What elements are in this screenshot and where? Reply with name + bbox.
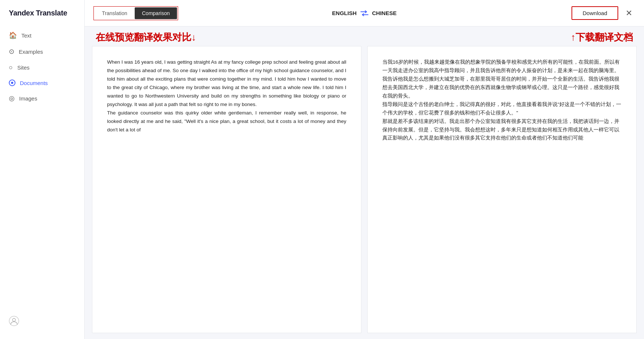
sidebar-item-sites-label: Sites (17, 64, 29, 71)
tab-group: Translation Comparison (93, 6, 178, 20)
sidebar-item-documents[interactable]: Documents (0, 76, 84, 90)
chinese-panel[interactable]: 当我16岁的时候，我越来越觉像在我的想象学院的预备学校和感觉大约所有的可能性，在… (367, 46, 637, 333)
annotation-right: ↑下载翻译文档 (364, 31, 633, 44)
chinese-text: 当我16岁的时候，我越来越觉像在我的想象学院的预备学校和感觉大约所有的可能性，在… (382, 58, 622, 142)
sidebar-item-images-label: Images (19, 95, 37, 102)
sidebar: Yandex Translate 🏠 Text ⊙ Examples ○ Sit… (0, 0, 85, 339)
lang-from: ENGLISH (332, 10, 357, 16)
sidebar-item-sites[interactable]: ○ Sites (0, 60, 84, 75)
annotation-row: 在线预览翻译效果对比↓ ↑下载翻译文档 (85, 27, 644, 46)
sidebar-nav: 🏠 Text ⊙ Examples ○ Sites Documents ◎ Im… (0, 28, 84, 310)
lang-switcher: ENGLISH CHINESE (332, 10, 396, 16)
topbar: Translation Comparison ENGLISH CHINESE D… (85, 0, 644, 27)
close-button[interactable]: ✕ (623, 8, 635, 19)
english-text: When I was 16 years old, I was getting s… (107, 58, 346, 134)
sidebar-item-examples[interactable]: ⊙ Examples (0, 44, 84, 59)
lang-swap-icon[interactable] (360, 10, 368, 16)
sidebar-item-images[interactable]: ◎ Images (0, 91, 84, 106)
download-group: Download ✕ (572, 6, 635, 20)
sites-icon: ○ (9, 64, 13, 71)
profile-button[interactable] (0, 310, 84, 333)
sidebar-item-examples-label: Examples (19, 49, 43, 55)
app-logo: Yandex Translate (0, 9, 84, 28)
main-content: Translation Comparison ENGLISH CHINESE D… (85, 0, 644, 339)
sidebar-item-text-label: Text (21, 32, 32, 39)
tab-translation[interactable]: Translation (95, 7, 135, 19)
documents-icon (9, 80, 15, 86)
download-button[interactable]: Download (572, 6, 618, 20)
svg-point-3 (13, 318, 15, 321)
english-panel[interactable]: When I was 16 years old, I was getting s… (92, 46, 361, 333)
images-icon: ◎ (9, 94, 15, 102)
lang-to: CHINESE (372, 10, 397, 16)
sidebar-item-text[interactable]: 🏠 Text (0, 28, 84, 43)
document-container: When I was 16 years old, I was getting s… (85, 46, 644, 339)
svg-point-1 (11, 82, 13, 84)
home-icon: 🏠 (9, 31, 17, 39)
tab-comparison[interactable]: Comparison (135, 7, 177, 19)
profile-icon (9, 316, 19, 327)
examples-icon: ⊙ (9, 47, 14, 56)
sidebar-item-documents-label: Documents (20, 80, 48, 86)
annotation-left: 在线预览翻译效果对比↓ (96, 31, 364, 44)
